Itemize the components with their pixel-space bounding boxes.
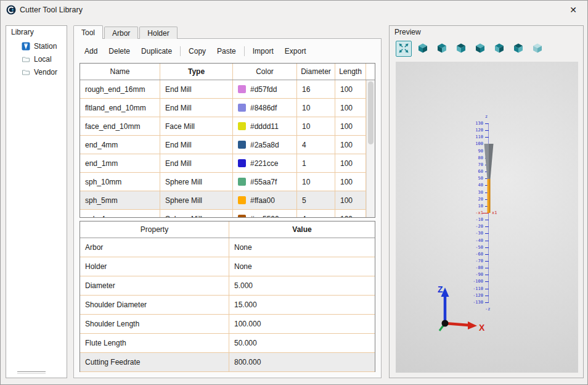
cell-diameter: 10 <box>297 173 335 191</box>
sidebar-item-station[interactable]: Station <box>6 39 67 52</box>
cell-diameter: 4 <box>297 210 335 217</box>
view-bottom-button[interactable] <box>529 41 545 57</box>
property-row-holder[interactable]: HolderNone <box>80 257 375 276</box>
property-row-cutting-feedrate[interactable]: Cutting Feedrate800.000 <box>80 353 375 372</box>
window-title: Cutter Tool Library <box>20 1 83 19</box>
cell-name: rough_end_16mm <box>80 80 160 98</box>
tool-actions-toolbar: AddDeleteDuplicateCopyPasteImportExport <box>79 44 311 59</box>
tool-row-face-end-10mm[interactable]: face_end_10mmFace Mill#dddd1110100 <box>80 117 366 136</box>
column-header-length[interactable]: Length <box>335 64 366 80</box>
add-button[interactable]: Add <box>79 44 103 59</box>
view-back-button[interactable] <box>510 41 526 57</box>
cell-color: #221cce <box>233 154 297 172</box>
cell-diameter: 5 <box>297 191 335 209</box>
cell-diameter: 4 <box>297 136 335 154</box>
tool-row-sph-5mm[interactable]: sph_5mmSphere Mill#ffaa005100 <box>80 191 366 210</box>
column-header-name[interactable]: Name <box>80 64 160 80</box>
duplicate-button[interactable]: Duplicate <box>136 44 178 59</box>
tab-bar: ToolArborHolder <box>73 25 179 38</box>
view-top-button[interactable] <box>434 41 450 57</box>
column-header-property[interactable]: Property <box>80 221 229 238</box>
cell-name: fltland_end_10mm <box>80 99 160 117</box>
splitter-grip[interactable] <box>17 371 46 374</box>
view-right-button[interactable] <box>472 41 488 57</box>
tool-row-sph-4mm[interactable]: sph_4mmSphere Mill#aa55004100 <box>80 210 366 217</box>
tool-row-fltland-end-10mm[interactable]: fltland_end_10mmEnd Mill#8486df10100 <box>80 99 366 117</box>
axis-triad: Z X <box>427 284 494 341</box>
tool-row-sph-10mm[interactable]: sph_10mmSphere Mill#55aa7f10100 <box>80 173 366 191</box>
tool-row-end-4mm[interactable]: end_4mmEnd Mill#2a5a8d4100 <box>80 136 366 154</box>
sidebar-item-local[interactable]: Local <box>6 52 67 65</box>
view-front-icon <box>455 42 467 56</box>
tool-row-rough-end-16mm[interactable]: rough_end_16mmEnd Mill#d57fdd16100 <box>80 80 366 99</box>
view-isometric-button[interactable] <box>415 41 431 57</box>
tab-holder[interactable]: Holder <box>139 27 177 39</box>
tool-table-body: rough_end_16mmEnd Mill#d57fdd16100fltlan… <box>80 80 366 217</box>
tool-table-scrollbar[interactable] <box>366 80 375 217</box>
color-hex: #aa5500 <box>250 215 279 218</box>
property-cell: Holder <box>80 257 229 276</box>
view-toolbar <box>396 39 545 58</box>
tab-arbor[interactable]: Arbor <box>104 27 138 39</box>
color-hex: #8486df <box>250 104 277 112</box>
fit-view-button[interactable] <box>396 41 412 57</box>
cell-length: 100 <box>335 117 366 135</box>
preview-panel-title: Preview <box>394 28 421 36</box>
property-table-body: ArborNoneHolderNoneDiameter5.000Shoulder… <box>80 238 375 372</box>
column-header-type[interactable]: Type <box>160 64 233 80</box>
color-hex: #2a5a8d <box>250 141 279 149</box>
copy-button[interactable]: Copy <box>183 44 211 59</box>
preview-viewport[interactable]: z130120110100908070605040302010-10-20-30… <box>396 62 578 373</box>
property-row-shoulder-diameter[interactable]: Shoulder Diameter15.000 <box>80 296 375 315</box>
color-swatch <box>238 215 246 217</box>
cell-type: Sphere Mill <box>160 210 233 217</box>
cell-length: 100 <box>335 136 366 154</box>
property-row-diameter[interactable]: Diameter5.000 <box>80 276 375 296</box>
tool-flute-shade <box>489 179 491 213</box>
color-hex: #ffaa00 <box>250 196 275 205</box>
toolbar-separator <box>244 46 245 56</box>
tool-tab-pane: AddDeleteDuplicateCopyPasteImportExport … <box>73 38 382 378</box>
property-row-shoulder-length[interactable]: Shoulder Length100.000 <box>80 315 375 334</box>
color-swatch <box>238 178 246 186</box>
property-cell: Arbor <box>80 238 229 257</box>
view-front-button[interactable] <box>453 41 469 57</box>
tab-tool[interactable]: Tool <box>73 25 103 39</box>
cell-name: end_4mm <box>80 136 160 154</box>
import-button[interactable]: Import <box>247 44 279 59</box>
cell-name: end_1mm <box>80 154 160 172</box>
cell-length: 100 <box>335 191 366 209</box>
view-left-icon <box>493 42 505 56</box>
column-header-color[interactable]: Color <box>233 64 297 80</box>
sidebar-item-vendor[interactable]: Vendor <box>6 65 67 78</box>
cell-name: sph_4mm <box>80 210 160 217</box>
cell-color: #55aa7f <box>233 173 297 191</box>
cell-color: #dddd11 <box>233 117 297 135</box>
toolbar-separator <box>180 46 181 56</box>
view-left-button[interactable] <box>491 41 507 57</box>
view-isometric-icon <box>417 42 429 56</box>
cell-color: #8486df <box>233 99 297 117</box>
paste-button[interactable]: Paste <box>211 44 242 59</box>
folder-icon <box>22 55 30 64</box>
station-icon <box>22 42 30 51</box>
color-swatch <box>238 104 246 112</box>
cell-diameter: 16 <box>297 80 335 98</box>
value-cell: None <box>229 238 375 257</box>
scrollbar-thumb[interactable] <box>368 81 374 144</box>
delete-button[interactable]: Delete <box>103 44 136 59</box>
close-button[interactable]: ✕ <box>563 1 584 19</box>
value-cell: 800.000 <box>229 353 375 371</box>
column-header-value[interactable]: Value <box>229 221 375 238</box>
library-panel: Library StationLocalVendor <box>6 25 67 378</box>
column-header-diameter[interactable]: Diameter <box>297 64 335 80</box>
tool-row-end-1mm[interactable]: end_1mmEnd Mill#221cce1100 <box>80 154 366 173</box>
property-row-flute-length[interactable]: Flute Length50.000 <box>80 334 375 353</box>
cell-color: #ffaa00 <box>233 191 297 209</box>
color-swatch <box>238 159 246 167</box>
export-button[interactable]: Export <box>279 44 312 59</box>
cell-length: 100 <box>335 99 366 117</box>
property-row-arbor[interactable]: ArborNone <box>80 238 375 257</box>
cell-length: 100 <box>335 154 366 172</box>
sidebar-item-label: Local <box>34 55 52 64</box>
